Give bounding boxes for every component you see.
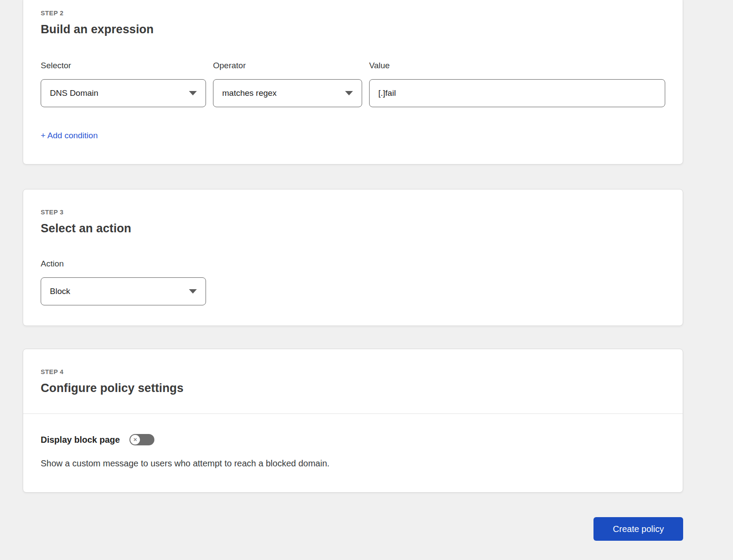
toggle-off-x-icon: ✕ — [130, 435, 140, 444]
display-block-page-label: Display block page — [41, 435, 120, 445]
operator-field: Operator matches regex — [213, 61, 362, 107]
policy-form: STEP 2 Build an expression Selector DNS … — [23, 0, 683, 541]
step4-header: STEP 4 Configure policy settings — [23, 349, 683, 413]
add-condition-link[interactable]: + Add condition — [41, 131, 98, 140]
operator-select-value: matches regex — [222, 88, 277, 98]
selector-field: Selector DNS Domain — [41, 61, 206, 107]
form-footer: Create policy — [23, 517, 683, 541]
expression-row: Selector DNS Domain Operator matches reg… — [41, 61, 665, 107]
value-input[interactable] — [378, 88, 656, 98]
step3-eyebrow: STEP 3 — [41, 209, 665, 216]
step2-card: STEP 2 Build an expression Selector DNS … — [23, 0, 683, 164]
display-block-page-toggle[interactable]: ✕ — [129, 434, 154, 445]
operator-label: Operator — [213, 61, 362, 70]
selector-label: Selector — [41, 61, 206, 70]
step2-eyebrow: STEP 2 — [41, 10, 665, 17]
step4-title: Configure policy settings — [41, 382, 665, 395]
chevron-down-icon — [345, 91, 353, 95]
create-policy-button[interactable]: Create policy — [593, 517, 683, 541]
value-field: Value — [369, 61, 665, 107]
block-page-description: Show a custom message to users who attem… — [41, 458, 665, 469]
value-label: Value — [369, 61, 665, 70]
chevron-down-icon — [189, 91, 197, 95]
step4-card: STEP 4 Configure policy settings Display… — [23, 349, 683, 493]
selector-select[interactable]: DNS Domain — [41, 79, 206, 107]
action-select-value: Block — [50, 287, 70, 296]
chevron-down-icon — [189, 289, 197, 294]
action-field: Action Block — [41, 259, 206, 305]
action-select[interactable]: Block — [41, 277, 206, 305]
policy-settings-section: Display block page ✕ Show a custom messa… — [23, 413, 683, 492]
selector-select-value: DNS Domain — [50, 88, 98, 98]
step3-card: STEP 3 Select an action Action Block — [23, 189, 683, 326]
step2-title: Build an expression — [41, 23, 665, 36]
value-input-wrap — [369, 79, 665, 107]
step3-title: Select an action — [41, 222, 665, 235]
step4-eyebrow: STEP 4 — [41, 368, 665, 375]
operator-select[interactable]: matches regex — [213, 79, 362, 107]
display-block-page-row: Display block page ✕ — [41, 434, 665, 445]
action-label: Action — [41, 259, 206, 269]
